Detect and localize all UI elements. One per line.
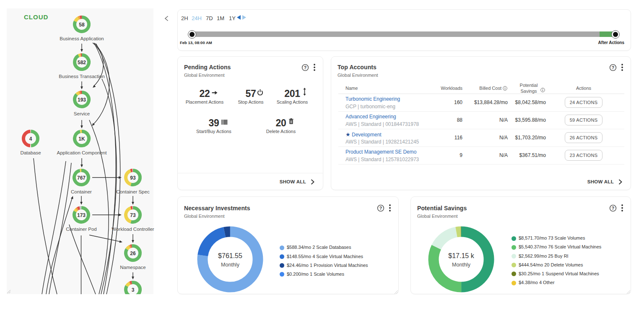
svg-text:93: 93 [130,175,136,181]
svg-text:Container: Container [71,189,92,194]
svg-text:58: 58 [79,22,85,28]
svg-text:?: ? [612,65,614,70]
svg-text:Container Pod: Container Pod [66,227,97,232]
svg-text:582: 582 [78,60,86,65]
svg-text:767: 767 [77,175,86,181]
svg-text:3: 3 [132,287,135,293]
svg-text:?: ? [379,206,382,211]
svg-text:?: ? [304,65,306,70]
svg-text:173: 173 [77,212,86,218]
svg-text:1K: 1K [78,136,85,142]
svg-text:Database: Database [20,150,41,155]
svg-text:Namespace: Namespace [120,265,145,270]
svg-text:26: 26 [130,251,136,256]
svg-text:4: 4 [29,136,32,142]
svg-text:Business Application: Business Application [60,36,104,41]
svg-text:73: 73 [130,212,136,218]
svg-text:Service: Service [74,111,90,116]
svg-text:?: ? [612,206,614,211]
svg-text:Application Component: Application Component [57,150,107,155]
svg-text:193: 193 [78,97,86,103]
svg-text:Container Spec: Container Spec [116,189,150,194]
svg-text:Workload Controller: Workload Controller [112,227,154,232]
svg-text:Business Transaction: Business Transaction [59,74,104,79]
